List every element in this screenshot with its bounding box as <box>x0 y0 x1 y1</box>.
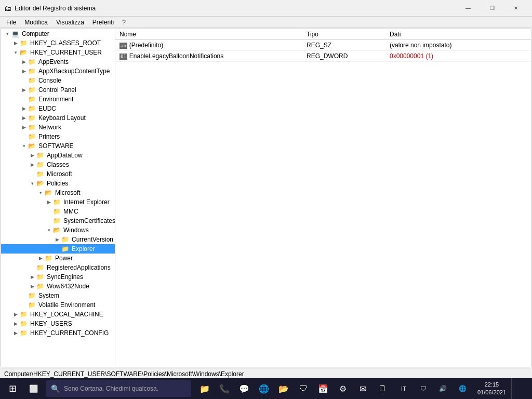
tree-item-windows[interactable]: ▾📂Windows <box>1 225 115 235</box>
tree-expand-hkey_current_config[interactable]: ▶ <box>11 330 20 336</box>
tree-label-internet_explorer: Internet Explorer <box>63 198 110 206</box>
tree-item-computer[interactable]: ▾💻Computer <box>1 29 115 38</box>
tree-expand-microsoft_pol[interactable]: ▾ <box>36 190 45 195</box>
show-desktop[interactable] <box>511 378 530 379</box>
tree-expand-computer[interactable]: ▾ <box>3 31 11 36</box>
tree-item-classes[interactable]: ▶📁Classes <box>1 160 115 169</box>
tree-expand-hkey_local_machine[interactable]: ▶ <box>11 312 20 317</box>
close-button[interactable]: ✕ <box>504 0 528 17</box>
col-type[interactable]: Tipo <box>302 29 385 40</box>
tree-item-microsoft_sw[interactable]: 📁Microsoft <box>1 169 115 179</box>
tree-expand-policies[interactable]: ▾ <box>28 181 36 186</box>
tree-label-hkey_current_user: HKEY_CURRENT_USER <box>30 49 102 56</box>
taskbar-edge[interactable]: 🌐 <box>255 378 273 379</box>
tree-expand-currentversion[interactable]: ▶ <box>53 237 61 242</box>
tree-item-hkey_current_config[interactable]: ▶📁HKEY_CURRENT_CONFIG <box>1 328 115 338</box>
tree-item-explorer[interactable]: 📁Explorer <box>1 244 115 254</box>
tree-item-environment[interactable]: 📁Environment <box>1 95 115 104</box>
folder-icon-microsoft_pol: 📂 <box>45 189 52 196</box>
tree-expand-classes[interactable]: ▶ <box>28 162 36 167</box>
tree-expand-hkey_classes_root[interactable]: ▶ <box>11 41 20 46</box>
tree-item-syncengines[interactable]: ▶📁SyncEngines <box>1 272 115 282</box>
folder-icon-classes: 📁 <box>36 161 44 168</box>
taskbar-volume[interactable]: 🔊 <box>434 378 453 379</box>
tree-label-hkey_local_machine: HKEY_LOCAL_MACHINE <box>30 311 103 318</box>
taskbar-network[interactable]: 🌐 <box>454 378 472 379</box>
tree-expand-windows[interactable]: ▾ <box>45 228 53 233</box>
taskbar-phone[interactable]: 📞 <box>215 378 234 379</box>
tree-expand-wow6432node[interactable]: ▶ <box>28 284 36 289</box>
tree-expand-power[interactable]: ▶ <box>36 256 45 261</box>
value-row-0[interactable]: ab(Predefinito)REG_SZ(valore non imposta… <box>115 40 531 51</box>
tree-expand-eudc[interactable]: ▶ <box>20 106 28 111</box>
folder-icon-network: 📁 <box>28 124 36 131</box>
tree-expand-software[interactable]: ▾ <box>20 143 28 149</box>
tree-item-system[interactable]: 📁System <box>1 291 115 300</box>
tree-expand-network[interactable]: ▶ <box>20 125 28 130</box>
tree-item-registeredapplications[interactable]: 📁RegisteredApplications <box>1 263 115 272</box>
taskbar-lang[interactable]: IT <box>394 378 413 379</box>
tree-item-power[interactable]: ▶📁Power <box>1 254 115 263</box>
tree-expand-appxbackupcontenttype[interactable]: ▶ <box>20 69 28 74</box>
tree-item-keyboard_layout[interactable]: ▶📁Keyboard Layout <box>1 113 115 123</box>
tree-expand-syncengines[interactable]: ▶ <box>28 274 36 280</box>
taskbar-app1[interactable]: 🛡 <box>294 378 313 379</box>
tree-label-power: Power <box>55 255 73 262</box>
tree-item-control_panel[interactable]: ▶📁Control Panel <box>1 85 115 95</box>
tree-label-microsoft_pol: Microsoft <box>55 189 81 196</box>
tree-item-currentversion[interactable]: ▶📁CurrentVersion <box>1 235 115 244</box>
folder-icon-hkey_users: 📁 <box>20 320 28 327</box>
folder-icon-currentversion: 📁 <box>61 236 69 243</box>
menu-item-visualizza[interactable]: Visualizza <box>52 18 88 27</box>
maximize-button[interactable]: ❐ <box>480 0 504 17</box>
taskbar-calendar[interactable]: 📅 <box>314 378 332 379</box>
menu-item-preferiti[interactable]: Preferiti <box>88 18 118 27</box>
menu-bar: FileModificaVisualizzaPreferiti? <box>0 17 532 28</box>
tree-expand-appevents[interactable]: ▶ <box>20 59 28 64</box>
start-button[interactable]: ⊞ <box>2 378 23 379</box>
value-row-1[interactable]: 01EnableLegacyBalloonNotificationsREG_DW… <box>115 51 531 62</box>
tree-item-software[interactable]: ▾📂SOFTWARE <box>1 141 115 151</box>
tree-item-systemcertificates[interactable]: 📁SystemCertificates <box>1 216 115 225</box>
tree-item-hkey_users[interactable]: ▶📁HKEY_USERS <box>1 319 115 328</box>
taskbar-settings[interactable]: ⚙ <box>334 378 352 379</box>
tree-item-wow6432node[interactable]: ▶📁Wow6432Node <box>1 282 115 291</box>
tree-expand-control_panel[interactable]: ▶ <box>20 87 28 92</box>
tree-item-appdatalow[interactable]: ▶📁AppDataLow <box>1 151 115 160</box>
taskbar-store[interactable]: 💬 <box>235 378 254 379</box>
task-view-button[interactable]: ⬜ <box>23 378 44 379</box>
tree-item-eudc[interactable]: ▶📁EUDC <box>1 104 115 113</box>
menu-item-file[interactable]: File <box>2 18 20 27</box>
taskbar-explorer2[interactable]: 📂 <box>274 378 293 379</box>
menu-item-?[interactable]: ? <box>118 18 130 27</box>
taskbar-mail[interactable]: ✉ <box>353 378 372 379</box>
tree-expand-hkey_current_user[interactable]: ▾ <box>11 50 20 55</box>
tree-item-printers[interactable]: 📁Printers <box>1 132 115 141</box>
tree-expand-keyboard_layout[interactable]: ▶ <box>20 115 28 121</box>
tree-item-volatile_environment[interactable]: 📁Volatile Environment <box>1 300 115 310</box>
taskbar-file-explorer[interactable]: 📁 <box>195 378 214 379</box>
tree-label-network: Network <box>38 124 61 131</box>
col-name[interactable]: Nome <box>115 29 302 40</box>
tree-item-hkey_local_machine[interactable]: ▶📁HKEY_LOCAL_MACHINE <box>1 310 115 319</box>
tree-expand-hkey_users[interactable]: ▶ <box>11 321 20 326</box>
tree-item-microsoft_pol[interactable]: ▾📂Microsoft <box>1 188 115 197</box>
tree-expand-appdatalow[interactable]: ▶ <box>28 153 36 158</box>
tree-item-console[interactable]: 📁Console <box>1 76 115 85</box>
tree-item-hkey_classes_root[interactable]: ▶📁HKEY_CLASSES_ROOT <box>1 38 115 48</box>
minimize-button[interactable]: — <box>456 0 480 17</box>
menu-item-modifica[interactable]: Modifica <box>20 18 52 27</box>
tree-item-policies[interactable]: ▾📂Policies <box>1 179 115 188</box>
tree-item-appxbackupcontenttype[interactable]: ▶📁AppXBackupContentType <box>1 66 115 76</box>
tree-expand-internet_explorer[interactable]: ▶ <box>45 200 53 205</box>
taskbar-right: IT 🛡 🔊 🌐 22:15 01/06/2021 <box>394 378 530 379</box>
tree-item-network[interactable]: ▶📁Network <box>1 123 115 132</box>
tree-item-internet_explorer[interactable]: ▶📁Internet Explorer <box>1 197 115 207</box>
registry-tree[interactable]: ▾💻Computer▶📁HKEY_CLASSES_ROOT▾📂HKEY_CURR… <box>1 29 115 367</box>
taskbar-antivirus[interactable]: 🛡 <box>414 378 433 379</box>
tree-item-hkey_current_user[interactable]: ▾📂HKEY_CURRENT_USER <box>1 48 115 57</box>
tree-item-mmc[interactable]: 📁MMC <box>1 207 115 216</box>
col-data[interactable]: Dati <box>385 29 531 40</box>
taskbar-app2[interactable]: 🗒 <box>373 378 392 379</box>
tree-item-appevents[interactable]: ▶📁AppEvents <box>1 57 115 66</box>
